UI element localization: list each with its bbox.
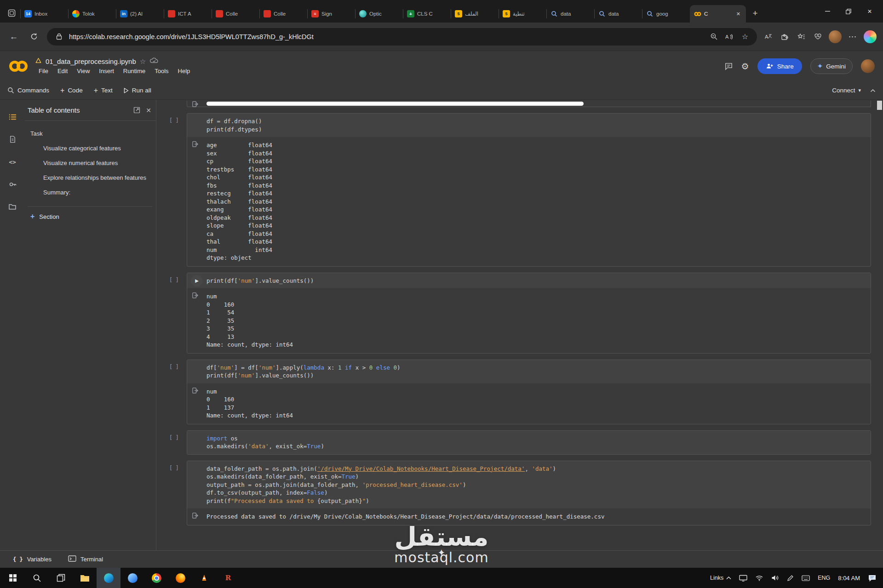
colab-logo-icon[interactable]: [8, 60, 29, 73]
chat-icon[interactable]: [868, 574, 877, 582]
tab-close-icon[interactable]: ✕: [735, 11, 742, 17]
browser-tab[interactable]: goog: [642, 5, 690, 23]
open-panel-icon[interactable]: [133, 107, 140, 114]
refresh-button[interactable]: [27, 29, 41, 44]
code-snippets-icon[interactable]: <>: [6, 157, 18, 167]
add-text-button[interactable]: + Text: [94, 86, 113, 95]
find-replace-icon[interactable]: [6, 134, 18, 144]
read-aloud-icon[interactable]: A: [724, 31, 735, 42]
star-notebook-icon[interactable]: ☆: [140, 57, 146, 66]
browser-tab[interactable]: in(2) Al: [116, 5, 164, 23]
touch-keyboard-icon[interactable]: [802, 575, 810, 581]
add-code-button[interactable]: + Code: [60, 86, 83, 95]
menu-help[interactable]: Help: [174, 67, 194, 75]
output-hscrollbar[interactable]: [206, 102, 584, 106]
commands-button[interactable]: Commands: [7, 87, 49, 94]
menu-edit[interactable]: Edit: [54, 67, 71, 75]
task-view-button[interactable]: [49, 568, 73, 588]
close-panel-icon[interactable]: ✕: [146, 107, 151, 114]
browser-essentials-icon[interactable]: [812, 31, 823, 42]
menu-view[interactable]: View: [73, 67, 93, 75]
browser-tab[interactable]: Colle: [259, 5, 307, 23]
toc-item[interactable]: Visualize categorical features: [28, 141, 152, 156]
browser-tab[interactable]: Colle: [212, 5, 259, 23]
url-field[interactable]: https://colab.research.google.com/drive/…: [47, 28, 757, 46]
cell-code-editor[interactable]: print(df['num'].value_counts()): [187, 273, 871, 289]
browser-tab[interactable]: data: [546, 5, 594, 23]
share-button[interactable]: Share: [757, 58, 802, 74]
restore-button[interactable]: [838, 0, 859, 23]
settings-gear-icon[interactable]: ⚙: [741, 61, 749, 72]
browser-tab[interactable]: 14Inbox: [20, 5, 68, 23]
notebook-scrollbar-thumb[interactable]: [877, 101, 882, 110]
extensions-icon[interactable]: [779, 31, 790, 42]
gemini-button[interactable]: ✦ Gemini: [810, 58, 853, 74]
cell-gutter[interactable]: [ ]: [169, 430, 187, 455]
browser-tab[interactable]: 5الملف: [451, 5, 499, 23]
toc-item[interactable]: Visualize numerical features: [28, 156, 152, 171]
search-button[interactable]: [25, 568, 49, 588]
edge-profile-icon[interactable]: [120, 568, 144, 588]
cell-code-editor[interactable]: df['num'] = df['num'].apply(lambda x: 1 …: [187, 360, 871, 383]
firefox-icon[interactable]: [168, 568, 192, 588]
start-button[interactable]: [1, 568, 25, 588]
toc-item[interactable]: Summary:: [28, 185, 152, 200]
browser-tab[interactable]: ICT A: [164, 5, 212, 23]
menu-tools[interactable]: Tools: [151, 67, 172, 75]
file-explorer-icon[interactable]: [73, 568, 97, 588]
zoom-icon[interactable]: [708, 31, 719, 42]
close-window-button[interactable]: ✕: [859, 0, 880, 23]
menu-file[interactable]: File: [35, 67, 52, 75]
collapse-header-icon[interactable]: [870, 89, 876, 92]
links-toolbar[interactable]: Links: [710, 575, 731, 581]
browser-tab[interactable]: Tolok: [68, 5, 116, 23]
cell-gutter[interactable]: [169, 101, 187, 107]
cell-code-editor[interactable]: import osos.makedirs('data', exist_ok=Tr…: [187, 431, 871, 454]
add-section-button[interactable]: + Section: [28, 206, 152, 226]
vlc-icon[interactable]: [192, 568, 216, 588]
menu-insert[interactable]: Insert: [95, 67, 118, 75]
run-all-button[interactable]: Run all: [124, 87, 151, 94]
browser-tab[interactable]: C✕: [690, 5, 746, 23]
cell-gutter[interactable]: [ ]: [169, 113, 187, 267]
browser-profile-avatar[interactable]: [829, 30, 842, 43]
cell-gutter[interactable]: [ ]: [169, 461, 187, 525]
volume-icon[interactable]: [771, 575, 779, 581]
browser-tab[interactable]: data: [594, 5, 642, 23]
language-indicator[interactable]: ENG: [818, 575, 830, 581]
colab-profile-avatar[interactable]: [861, 59, 875, 73]
browser-tab[interactable]: Optic: [355, 5, 403, 23]
notebook-filename[interactable]: 01_data_preprocessing.ipynb: [46, 57, 136, 65]
cell-gutter[interactable]: [ ]: [169, 360, 187, 424]
pen-icon[interactable]: [787, 575, 794, 582]
favorite-star-icon[interactable]: ☆: [740, 31, 751, 42]
files-folder-icon[interactable]: [6, 202, 18, 212]
taskbar-clock[interactable]: 8:04 AM: [838, 575, 860, 582]
chrome-icon[interactable]: [144, 568, 168, 588]
comments-icon[interactable]: [724, 62, 733, 71]
connect-button[interactable]: Connect ▾: [832, 87, 861, 94]
back-button[interactable]: ←: [6, 29, 21, 44]
terminal-button[interactable]: Terminal: [68, 555, 103, 563]
new-tab-button[interactable]: +: [748, 6, 763, 21]
network-icon[interactable]: [755, 575, 763, 581]
menu-runtime[interactable]: Runtime: [120, 67, 149, 75]
translate-icon[interactable]: A: [763, 31, 774, 42]
cell-code-editor[interactable]: data_folder_path = os.path.join('/drive/…: [187, 461, 871, 509]
r-app-icon[interactable]: R: [216, 568, 240, 588]
favorites-bar-icon[interactable]: [796, 31, 807, 42]
toc-rail-icon[interactable]: [6, 112, 18, 122]
monitor-icon[interactable]: [739, 575, 747, 582]
cell-gutter[interactable]: [ ]: [169, 273, 187, 354]
browser-tab[interactable]: +CLS C: [403, 5, 451, 23]
tab-actions-icon[interactable]: [3, 4, 20, 22]
toc-item[interactable]: Task: [28, 126, 152, 141]
browser-tab[interactable]: 5تنطية: [499, 5, 546, 23]
cell-code-editor[interactable]: df = df.dropna()print(df.dtypes): [187, 114, 871, 137]
minimize-button[interactable]: [817, 0, 838, 23]
variables-button[interactable]: { } Variables: [13, 556, 52, 563]
run-cell-button[interactable]: ▶: [191, 275, 203, 287]
url-text[interactable]: https://colab.research.google.com/drive/…: [69, 33, 704, 40]
secrets-key-icon[interactable]: [6, 179, 18, 189]
toc-item[interactable]: Explore relationships between features: [28, 171, 152, 185]
